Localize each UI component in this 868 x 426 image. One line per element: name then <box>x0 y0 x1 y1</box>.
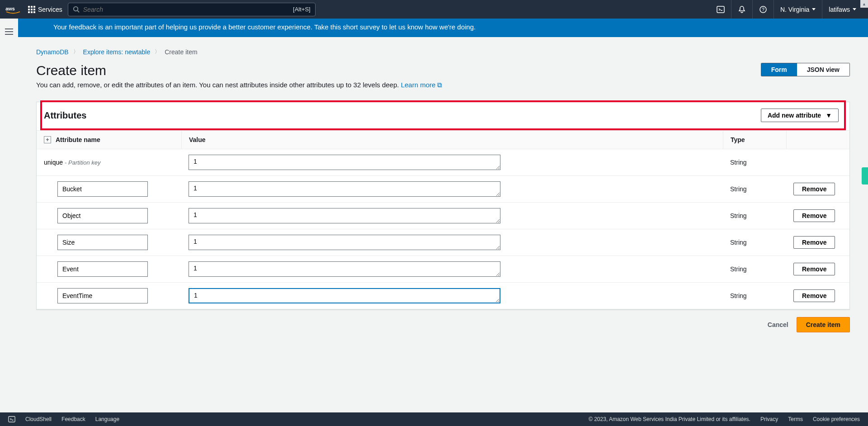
svg-point-1 <box>74 7 78 11</box>
svg-text:aws: aws <box>5 5 14 11</box>
region-selector[interactable]: N. Virginia <box>774 0 822 19</box>
services-label: Services <box>38 6 62 13</box>
search-input[interactable] <box>83 6 289 13</box>
account-menu[interactable]: latifaws <box>822 0 863 19</box>
cloudshell-icon[interactable] <box>710 0 731 19</box>
caret-down-icon <box>853 8 856 10</box>
svg-line-2 <box>77 10 79 12</box>
grid-icon <box>28 6 35 13</box>
scrollbar-up-icon[interactable]: ▲ <box>860 0 868 8</box>
caret-down-icon <box>812 8 816 10</box>
services-menu[interactable]: Services <box>28 6 62 13</box>
aws-logo[interactable]: aws <box>5 5 21 14</box>
top-nav: aws Services [Alt+S] ? N. Virginia latif… <box>0 0 868 19</box>
notifications-icon[interactable] <box>731 0 752 19</box>
svg-text:?: ? <box>762 7 764 12</box>
search-icon <box>73 6 80 13</box>
search-shortcut: [Alt+S] <box>293 6 311 13</box>
global-search[interactable]: [Alt+S] <box>68 3 316 16</box>
help-icon[interactable]: ? <box>752 0 774 19</box>
